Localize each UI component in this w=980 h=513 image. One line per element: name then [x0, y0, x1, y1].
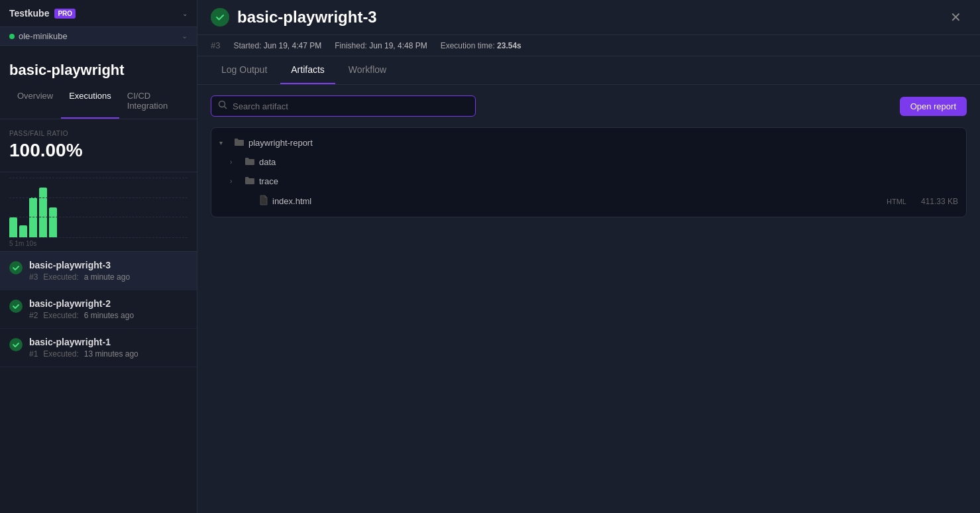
chart-bars — [9, 178, 188, 237]
execution-list: basic-playwright-3 #3 Executed: a minute… — [0, 252, 197, 513]
search-box[interactable] — [211, 95, 476, 117]
bar-1 — [9, 217, 17, 237]
top-bar: basic-playwright-3 ✕ — [197, 0, 980, 35]
chevron-right-icon-trace: › — [230, 178, 241, 185]
exec-time-val: 23.54s — [497, 41, 521, 50]
folder-name-playwright-report: playwright-report — [248, 138, 958, 148]
artifacts-panel: Open report ▾ playwright-report › — [197, 85, 980, 513]
exec-num-1: #1 — [29, 349, 38, 359]
chevron-down-icon: ▾ — [219, 139, 230, 146]
exec-info-1: basic-playwright-1 #1 Executed: 13 minut… — [29, 337, 188, 359]
execution-item-3[interactable]: basic-playwright-3 #3 Executed: a minute… — [0, 252, 197, 290]
tree-folder-playwright-report[interactable]: ▾ playwright-report — [211, 133, 966, 152]
project-title: basic-playwright — [0, 46, 197, 84]
check-icon-2 — [12, 302, 20, 310]
stats-label: PASS/FAIL RATIO — [9, 130, 188, 137]
exec-time-val-2: 6 minutes ago — [84, 311, 134, 320]
check-icon-1 — [12, 341, 20, 349]
user-pill[interactable]: ole-minikube ⌄ — [0, 27, 197, 46]
finished-meta: Finished: Jun 19, 4:48 PM — [335, 41, 427, 50]
exec-time-label-1: Executed: — [43, 349, 78, 359]
exec-status-3 — [9, 261, 23, 274]
online-indicator — [9, 34, 15, 39]
tabs-bar: Log Output Artifacts Workflow — [197, 56, 980, 85]
file-spacer: › — [245, 198, 255, 205]
sidebar-item-cicd[interactable]: CI/CD Integration — [119, 84, 188, 119]
exec-info-3: basic-playwright-3 #3 Executed: a minute… — [29, 260, 188, 282]
tab-artifacts[interactable]: Artifacts — [280, 56, 335, 84]
file-size: 411.33 KB — [921, 197, 958, 206]
exec-info-2: basic-playwright-2 #2 Executed: 6 minute… — [29, 298, 188, 320]
exec-num-3: #3 — [29, 272, 38, 282]
exec-meta-1: #1 Executed: 13 minutes ago — [29, 349, 188, 359]
file-icon-html — [259, 195, 268, 207]
tree-folder-data[interactable]: › data — [211, 152, 966, 172]
sidebar-item-overview[interactable]: Overview — [9, 84, 61, 119]
execution-item-1[interactable]: basic-playwright-1 #1 Executed: 13 minut… — [0, 329, 197, 367]
main-panel: basic-playwright-3 ✕ #3 Started: Jun 19,… — [197, 0, 980, 513]
bar-3 — [29, 198, 37, 237]
workspace-chevron-icon[interactable]: ⌄ — [182, 10, 188, 17]
tree-file-index-html[interactable]: › index.html HTML 411.33 KB — [211, 191, 966, 211]
workspace-name: Testkube — [9, 8, 49, 19]
close-button[interactable]: ✕ — [945, 7, 967, 28]
main-title: basic-playwright-3 — [237, 8, 377, 27]
finished-val: Jun 19, 4:48 PM — [369, 41, 427, 50]
chevron-right-icon-data: › — [230, 158, 241, 166]
tab-log-output[interactable]: Log Output — [211, 56, 278, 84]
open-report-button[interactable]: Open report — [900, 97, 967, 116]
stats-section: PASS/FAIL RATIO 100.00% — [0, 119, 197, 172]
started-val: Jun 19, 4:47 PM — [264, 41, 321, 50]
bar-4 — [39, 188, 47, 237]
sidebar-item-executions[interactable]: Executions — [61, 84, 119, 119]
artifacts-toolbar: Open report — [211, 95, 967, 117]
exec-time-label-3: Executed: — [43, 272, 78, 282]
chart-area: 5 1m 10s — [0, 172, 197, 252]
sidebar: Testkube PRO ⌄ ole-minikube ⌄ basic-play… — [0, 0, 197, 513]
user-chevron-icon: ⌄ — [182, 32, 188, 40]
exec-meta-3: #3 Executed: a minute ago — [29, 272, 188, 282]
bar-5 — [49, 207, 57, 237]
exec-name-2: basic-playwright-2 — [29, 298, 188, 309]
svg-point-0 — [219, 101, 225, 107]
main-check-icon — [215, 12, 225, 23]
exec-status-1 — [9, 338, 23, 351]
run-number: #3 — [211, 40, 220, 50]
execution-item-2[interactable]: basic-playwright-2 #2 Executed: 6 minute… — [0, 290, 197, 329]
search-icon — [218, 100, 227, 112]
chart-label: 5 1m 10s — [9, 240, 188, 247]
exec-time-val-3: a minute ago — [84, 272, 130, 282]
exec-name-3: basic-playwright-3 — [29, 260, 188, 270]
tab-workflow[interactable]: Workflow — [338, 56, 397, 84]
user-name: ole-minikube — [19, 31, 68, 41]
exec-time-val-1: 13 minutes ago — [84, 349, 138, 359]
exec-meta-2: #2 Executed: 6 minutes ago — [29, 311, 188, 320]
folder-icon-trace — [245, 176, 255, 187]
file-name-index-html: index.html — [272, 196, 883, 206]
check-icon — [12, 264, 20, 272]
file-type-badge: HTML — [887, 198, 906, 205]
sidebar-nav: Overview Executions CI/CD Integration — [0, 84, 197, 119]
folder-name-data: data — [259, 157, 958, 167]
meta-row: #3 Started: Jun 19, 4:47 PM Finished: Ju… — [197, 35, 980, 56]
sidebar-header: Testkube PRO ⌄ — [0, 0, 197, 27]
folder-name-trace: trace — [259, 176, 958, 186]
tree-folder-trace[interactable]: › trace — [211, 172, 966, 191]
folder-open-icon — [234, 137, 245, 148]
bar-2 — [19, 225, 27, 237]
exec-status-2 — [9, 300, 23, 313]
file-tree: ▾ playwright-report › data — [211, 127, 967, 217]
main-status-indicator — [211, 8, 229, 27]
exec-time-label-2: Executed: — [43, 311, 78, 320]
stats-value: 100.00% — [9, 140, 188, 161]
exec-time-meta: Execution time: 23.54s — [441, 41, 521, 50]
started-meta: Started: Jun 19, 4:47 PM — [233, 41, 321, 50]
exec-num-2: #2 — [29, 311, 38, 320]
folder-icon-data — [245, 156, 255, 168]
search-input[interactable] — [233, 101, 468, 111]
exec-name-1: basic-playwright-1 — [29, 337, 188, 347]
pro-badge: PRO — [54, 9, 76, 19]
